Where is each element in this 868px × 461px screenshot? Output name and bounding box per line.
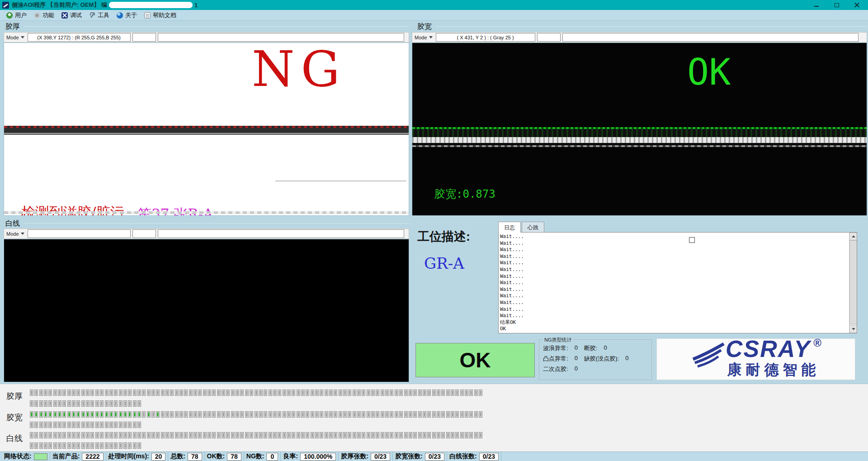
history-cell [156,411,160,418]
history-cell [465,390,468,396]
history-cell [231,432,235,438]
history-cell [119,442,123,449]
history-cell [86,411,90,418]
history-cell [184,390,188,396]
history-cell [320,390,323,396]
history-cell [151,411,155,418]
overall-result-button[interactable]: OK [415,343,535,377]
history-cell [455,390,459,396]
ng-stat-label: 缺胶(没点胶): [584,355,619,363]
history-cell [67,442,71,449]
maximize-button[interactable] [826,0,847,10]
history-cell [273,411,277,418]
history-cell [100,422,104,428]
history-cell [189,411,193,418]
panel-title-white-line: 白线 [5,219,20,228]
glue-width-measurement: 胶宽:0.873 [434,187,495,201]
history-cell [329,411,333,418]
history-cell [34,432,38,438]
minimize-button[interactable] [806,0,826,10]
history-cell [451,411,454,418]
tab-heartbeat[interactable]: 心跳 [522,222,544,233]
status-item: 胶宽张数:0/23 [393,452,447,461]
history-cell [423,411,426,418]
close-button[interactable] [847,0,867,10]
history-grid: 胶厚胶宽白线 [0,384,868,451]
ng-stat: 断胶:0 [584,344,629,352]
history-cell [357,390,361,396]
scroll-up-button[interactable] [849,233,857,240]
history-cell [44,442,47,449]
history-cell [81,400,85,407]
scroll-down-button[interactable] [849,325,857,333]
history-cell [53,442,57,449]
history-cell [362,411,365,418]
history-cell [34,411,38,418]
log-scrollbar[interactable] [849,233,857,333]
image-view-glue-width[interactable]: OK 胶宽:0.873 [412,43,867,216]
history-cell [203,411,207,418]
history-cell [381,432,384,438]
log-box[interactable]: Wait....Wait....Wait....Wait....Wait....… [498,232,857,333]
log-entry: Wait.... [500,313,848,319]
menu-item-tools[interactable]: 工具 [86,10,114,20]
history-cell [212,432,216,438]
status-label: 胶厚张数: [341,452,368,461]
mode-field-small[interactable] [537,33,561,42]
history-cell [353,390,356,396]
history-cell [114,390,118,396]
history-cell [357,411,361,418]
history-cell [474,411,478,418]
ng-stat-value: 0 [604,344,607,352]
mode-dropdown[interactable]: Mode [5,35,26,40]
mode-field-small[interactable] [132,229,156,238]
log-checkbox[interactable] [689,237,695,243]
tab-log[interactable]: 日志 [498,222,521,233]
history-cell [269,411,272,418]
history-cell [208,411,211,418]
menu-item-gear[interactable]: 功能 [31,10,59,20]
glue-line-image [412,127,867,147]
history-cell [76,411,80,418]
network-status-label: 网络状态: [4,452,32,461]
mode-field-wide[interactable] [158,33,404,42]
history-cell [156,432,160,438]
history-cell [390,390,393,396]
status-item: OK数:78 [205,452,244,461]
log-entry: Wait.... [500,273,848,280]
history-cell [343,411,347,418]
network-status: 网络状态: [2,452,50,461]
menu-item-debug[interactable]: 调试 [59,10,86,20]
maximize-icon [835,3,839,7]
history-cell [465,432,468,438]
history-cell [217,390,221,396]
menu-item-user[interactable]: 用户 [4,10,31,20]
history-cell [39,422,43,428]
history-cell [474,432,478,438]
mode-field-wide[interactable] [562,33,859,42]
ng-stat-label: 二次点胶: [543,365,568,373]
status-value: 100.000% [300,453,336,461]
image-view-white-line[interactable] [4,239,409,382]
brand-name: CSRAY [726,338,811,359]
history-cell [297,390,300,396]
mode-field-small[interactable] [132,33,156,42]
log-entry: Wait.... [500,266,848,273]
history-cell [479,390,482,396]
mode-dropdown[interactable]: Mode [5,231,26,237]
mode-dropdown[interactable]: Mode [413,35,434,40]
history-cell [81,411,85,418]
scrollbar-thumb[interactable] [849,240,857,324]
history-row [30,432,482,438]
log-panel: 日志心跳 Wait....Wait....Wait....Wait....Wai… [498,222,857,333]
history-cell [423,390,426,396]
history-cell [198,411,202,418]
image-view-glue-thickness[interactable]: NG 检测到溢胶/脏污 溢胶最小面积:2538 溢胶最大面积:2538 第37 … [4,43,409,216]
history-cell [320,432,323,438]
history-cell [348,411,351,418]
menu-item-helpdoc[interactable]: 帮助文档 [142,10,181,20]
history-cell [44,400,47,407]
history-cell [259,432,263,438]
menu-item-about[interactable]: 关于 [114,10,142,20]
mode-field-wide[interactable] [158,229,404,238]
